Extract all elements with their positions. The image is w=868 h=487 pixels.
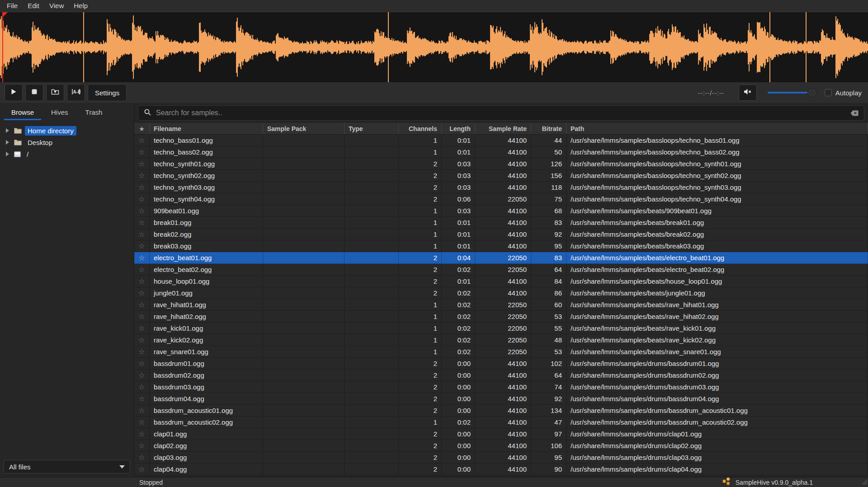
expand-caret-icon[interactable]: [6, 128, 9, 133]
star-icon[interactable]: ☆: [138, 454, 145, 461]
star-icon[interactable]: ☆: [138, 243, 145, 250]
star-icon[interactable]: ☆: [138, 337, 145, 344]
column-header-length[interactable]: Length: [442, 123, 475, 134]
cell-favorite[interactable]: ☆: [134, 417, 150, 428]
ab-loop-button[interactable]: A-B: [67, 84, 85, 101]
star-icon[interactable]: ☆: [138, 219, 145, 226]
cell-favorite[interactable]: ☆: [134, 182, 150, 193]
table-row[interactable]: ☆techno_bass01.ogg10:014410044/usr/share…: [134, 135, 868, 146]
table-row[interactable]: ☆techno_synth01.ogg20:0344100126/usr/sha…: [134, 158, 868, 170]
column-header-sample_rate[interactable]: Sample Rate: [475, 123, 531, 134]
play-button[interactable]: [5, 84, 23, 101]
table-row[interactable]: ☆electro_beat01.ogg20:042205083/usr/shar…: [134, 252, 868, 264]
tree-item[interactable]: Desktop: [0, 136, 134, 148]
table-row[interactable]: ☆house_loop01.ogg20:014410084/usr/share/…: [134, 276, 868, 287]
table-row[interactable]: ☆bassdrum_acoustic01.ogg20:0044100134/us…: [134, 405, 868, 417]
cell-favorite[interactable]: ☆: [134, 299, 150, 310]
star-icon[interactable]: ☆: [138, 160, 145, 168]
cell-favorite[interactable]: ☆: [134, 264, 150, 275]
column-header-favorite[interactable]: ★: [134, 123, 150, 134]
open-file-button[interactable]: [46, 84, 64, 101]
menu-edit[interactable]: Edit: [23, 0, 44, 12]
star-icon[interactable]: ☆: [138, 419, 145, 426]
star-icon[interactable]: ☆: [138, 301, 145, 309]
table-row[interactable]: ☆clap02.ogg20:0044100106/usr/share/lmms/…: [134, 440, 868, 452]
star-icon[interactable]: ☆: [138, 384, 145, 391]
star-icon[interactable]: ☆: [138, 196, 145, 203]
table-row[interactable]: ☆rave_hihat02.ogg10:022205053/usr/share/…: [134, 311, 868, 323]
star-icon[interactable]: ☆: [138, 266, 145, 273]
column-header-channels[interactable]: Channels: [399, 123, 442, 134]
cell-favorite[interactable]: ☆: [134, 135, 150, 146]
cell-favorite[interactable]: ☆: [134, 146, 150, 158]
cell-favorite[interactable]: ☆: [134, 370, 150, 381]
star-icon[interactable]: ☆: [138, 407, 145, 414]
star-icon[interactable]: ☆: [138, 149, 145, 156]
star-icon[interactable]: ☆: [138, 313, 145, 320]
autoplay-toggle[interactable]: Autoplay: [825, 89, 862, 97]
cell-favorite[interactable]: ☆: [134, 405, 150, 416]
cell-favorite[interactable]: ☆: [134, 205, 150, 216]
volume-slider-knob[interactable]: [807, 88, 816, 97]
star-icon[interactable]: ☆: [138, 442, 145, 450]
star-icon[interactable]: ☆: [138, 254, 145, 262]
table-row[interactable]: ☆bassdrum04.ogg20:004410092/usr/share/lm…: [134, 393, 868, 405]
cell-favorite[interactable]: ☆: [134, 252, 150, 263]
table-row[interactable]: ☆clap03.ogg20:004410095/usr/share/lmms/s…: [134, 452, 868, 464]
star-icon[interactable]: ☆: [138, 137, 145, 144]
table-row[interactable]: ☆break03.ogg10:014410095/usr/share/lmms/…: [134, 240, 868, 252]
menu-view[interactable]: View: [44, 0, 69, 12]
waveform-panel[interactable]: [0, 12, 868, 82]
column-header-type[interactable]: Type: [344, 123, 399, 134]
tab-browse[interactable]: Browse: [3, 103, 42, 121]
table-row[interactable]: ☆electro_beat02.ogg20:022205064/usr/shar…: [134, 264, 868, 276]
table-row[interactable]: ☆bassdrum_acoustic02.ogg10:024410047/usr…: [134, 417, 868, 428]
cell-favorite[interactable]: ☆: [134, 428, 150, 440]
cell-favorite[interactable]: ☆: [134, 240, 150, 252]
search-input[interactable]: [156, 109, 846, 117]
table-row[interactable]: ☆rave_kick01.ogg10:022205055/usr/share/l…: [134, 323, 868, 334]
star-icon[interactable]: ☆: [138, 172, 145, 179]
star-icon[interactable]: ☆: [138, 372, 145, 379]
column-header-sample_pack[interactable]: Sample Pack: [263, 123, 344, 134]
star-icon[interactable]: ☆: [138, 466, 145, 473]
column-header-path[interactable]: Path: [566, 123, 868, 134]
star-icon[interactable]: ☆: [138, 360, 145, 367]
menu-file[interactable]: File: [2, 0, 23, 12]
menu-help[interactable]: Help: [69, 0, 93, 12]
star-icon[interactable]: ☆: [138, 431, 145, 438]
star-icon[interactable]: ☆: [138, 278, 145, 285]
cell-favorite[interactable]: ☆: [134, 170, 150, 181]
table-row[interactable]: ☆clap01.ogg20:004410097/usr/share/lmms/s…: [134, 428, 868, 440]
cell-favorite[interactable]: ☆: [134, 229, 150, 240]
tree-item[interactable]: Home directory: [0, 125, 134, 136]
stop-button[interactable]: [25, 84, 43, 101]
table-row[interactable]: ☆jungle01.ogg20:024410086/usr/share/lmms…: [134, 287, 868, 299]
cell-favorite[interactable]: ☆: [134, 358, 150, 369]
cell-favorite[interactable]: ☆: [134, 334, 150, 346]
cell-favorite[interactable]: ☆: [134, 158, 150, 169]
table-row[interactable]: ☆techno_synth03.ogg20:0344100118/usr/sha…: [134, 182, 868, 193]
star-icon[interactable]: ☆: [138, 395, 145, 403]
cell-favorite[interactable]: ☆: [134, 393, 150, 404]
cell-favorite[interactable]: ☆: [134, 381, 150, 393]
table-row[interactable]: ☆break01.ogg10:014410083/usr/share/lmms/…: [134, 217, 868, 229]
table-row[interactable]: ☆rave_kick02.ogg10:022205048/usr/share/l…: [134, 334, 868, 346]
search-box[interactable]: [138, 105, 864, 121]
cell-favorite[interactable]: ☆: [134, 193, 150, 205]
star-icon[interactable]: ☆: [138, 184, 145, 191]
waveform-canvas[interactable]: [0, 12, 868, 82]
star-icon[interactable]: ☆: [138, 231, 145, 238]
table-row[interactable]: ☆clap04.ogg20:004410090/usr/share/lmms/s…: [134, 464, 868, 475]
cell-favorite[interactable]: ☆: [134, 452, 150, 463]
cell-favorite[interactable]: ☆: [134, 217, 150, 228]
star-icon[interactable]: ☆: [138, 348, 145, 356]
table-row[interactable]: ☆bassdrum03.ogg20:004410074/usr/share/lm…: [134, 381, 868, 393]
table-row[interactable]: ☆techno_bass02.ogg10:014410050/usr/share…: [134, 146, 868, 158]
cell-favorite[interactable]: ☆: [134, 276, 150, 287]
settings-button[interactable]: Settings: [88, 84, 127, 101]
table-row[interactable]: ☆break02.ogg10:014410092/usr/share/lmms/…: [134, 229, 868, 240]
table-row[interactable]: ☆rave_snare01.ogg10:022205053/usr/share/…: [134, 346, 868, 358]
star-icon[interactable]: ☆: [138, 290, 145, 297]
cell-favorite[interactable]: ☆: [134, 346, 150, 357]
